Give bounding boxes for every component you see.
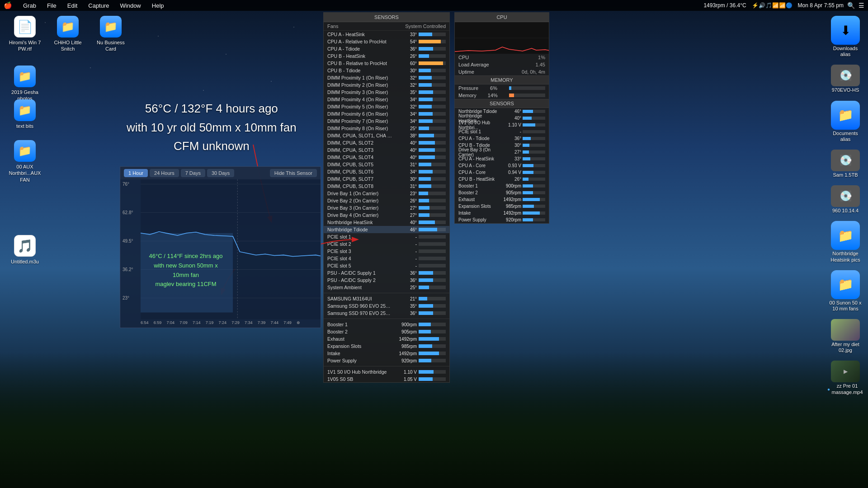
- desktop-icon-gesha[interactable]: 📁 2019 Gesha photos: [7, 66, 43, 102]
- btn-24hours[interactable]: 24 Hours: [150, 169, 179, 177]
- x-label-8: 7:34: [245, 320, 253, 325]
- sensor-bar: [419, 134, 446, 137]
- sensor-name: Drive Bay 1 (On Carrier): [327, 191, 392, 196]
- sensor-bar: [419, 228, 446, 231]
- cpu-sensor-row: CPU A - Core 0.93 V: [455, 162, 549, 169]
- menu-file[interactable]: File: [45, 2, 58, 9]
- sensor-row: SAMSUNG M3164UI 21°: [324, 295, 449, 302]
- cpu-fan-row: Booster 1 900rpm: [455, 183, 549, 189]
- sensor-bar: [419, 148, 446, 152]
- cpu-sensor-name: CPU A - HeatSink: [458, 156, 499, 161]
- menu-window[interactable]: Window: [118, 2, 143, 9]
- right-icon-sam1tb[interactable]: 💽 Sam 1.5TB: [827, 150, 863, 178]
- pressure-bar: [509, 86, 545, 90]
- y-label-76: 76°: [123, 182, 129, 187]
- sensors-sub-header: SENSORS: [455, 99, 549, 108]
- sensor-row: CPU B - Tdiode 30°: [324, 67, 449, 74]
- desktop-icon-aux[interactable]: 📁 00 AUX Northbri...AUX FAN: [7, 140, 43, 183]
- sensor-bar-fill: [419, 228, 437, 231]
- x-label-10: 7:44: [271, 320, 279, 325]
- sensor-val: 25°: [392, 285, 417, 290]
- btn-7days[interactable]: 7 Days: [181, 169, 205, 177]
- menu-edit[interactable]: Edit: [66, 2, 79, 9]
- sensor-row: PCIE slot 3 -: [324, 248, 449, 255]
- right-icon-documents[interactable]: 📁 Documents alias: [827, 101, 863, 142]
- sensor-bar: [419, 359, 446, 362]
- sensor-name: PSU - AC/DC Supply 1: [327, 270, 392, 276]
- cpu-sensor-name: Drive Bay 3 (On Carrier): [458, 147, 499, 157]
- desktop-icon-chiho[interactable]: 📁 CHiHO Little Snitch: [50, 16, 86, 52]
- sensor-bar: [419, 192, 446, 195]
- highlight-line2: with new Sunon 50mm x 10mm fan: [154, 262, 218, 278]
- y-label-36: 36.2°: [123, 267, 133, 272]
- sensor-row: CPU A - HeatSink 33°: [324, 31, 449, 38]
- right-icon-northbridge[interactable]: 📁 Northbridge Heatsink pics: [827, 221, 863, 263]
- sensor-bar-fill: [419, 311, 433, 315]
- sensor-name: 1V05 S0 SB: [327, 376, 392, 382]
- sensor-val: -: [392, 256, 417, 261]
- cpu-sensor-bar-fill: [523, 123, 535, 127]
- sensor-row: DIMM Proximity 1 (On Riser) 32°: [324, 74, 449, 81]
- x-label-0: 6:54: [141, 320, 149, 325]
- sensor-val: 31°: [392, 162, 417, 167]
- desktop-icon-business-card[interactable]: 📁 Nu Business Card: [93, 16, 129, 52]
- sensor-bar-fill: [419, 127, 429, 130]
- cpu-sensor-val: 27°: [499, 150, 521, 155]
- sensor-bar: [419, 105, 446, 108]
- sensor-row: Drive Bay 2 (On Carrier) 26°: [324, 197, 449, 204]
- right-icon-after-diet[interactable]: After my diet 02.jpg: [827, 319, 863, 353]
- sensor-bar: [419, 323, 446, 326]
- desktop-icon-text-bits[interactable]: 📁 text bits: [7, 99, 43, 129]
- sensor-name: CPU B - HeatSink: [327, 53, 392, 59]
- right-icon-sunon[interactable]: 📁 00 Sunon 50 x 10 mm fans: [827, 270, 863, 312]
- sensor-bar: [419, 337, 446, 341]
- sensor-name: DIMM, CPUA, SLOT3: [327, 147, 392, 153]
- sensor-row: CPU B - HeatSink 26°: [324, 52, 449, 60]
- sunon-icon: 📁: [831, 270, 860, 299]
- sensors-subheader: Fans System Controlled: [324, 22, 449, 31]
- sensor-name: DIMM Proximity 5 (On Riser): [327, 104, 392, 109]
- right-icon-downloads[interactable]: ⬇ Downloads alias: [827, 16, 863, 57]
- sensor-bar-fill: [419, 119, 433, 123]
- cpu-sensor-val: 40°: [499, 116, 521, 121]
- notification-icon[interactable]: ☰: [859, 2, 864, 9]
- sensor-bar: [419, 69, 446, 72]
- search-icon[interactable]: 🔍: [847, 2, 855, 9]
- cpu-fan-val: 905rpm: [496, 190, 521, 195]
- sensor-bar-fill: [419, 370, 434, 374]
- sensor-bar: [419, 311, 446, 315]
- desktop-icon-win7[interactable]: 📄 Hiromi's Win 7 PW.rtf: [7, 16, 43, 52]
- apple-menu[interactable]: 🍎: [4, 1, 12, 9]
- sensor-row: PCIE slot 2 -: [324, 240, 449, 248]
- sensor-bar: [419, 155, 446, 159]
- sensor-row: Samsung SSD 960 EVO 250GB 35°: [324, 302, 449, 310]
- cpu-fan-val: 1492rpm: [496, 197, 521, 202]
- sensor-val: 36°: [392, 278, 417, 283]
- btn-30days[interactable]: 30 Days: [207, 169, 234, 177]
- sensor-val: -: [392, 235, 417, 239]
- cpu-sensor-bar-fill: [523, 110, 533, 113]
- sensor-val: 38°: [392, 133, 417, 138]
- sensor-bar: [419, 119, 446, 123]
- sensor-bar: [419, 40, 446, 43]
- btn-1hour[interactable]: 1 Hour: [124, 169, 148, 177]
- right-icon-960[interactable]: 💽 960 10.14.4: [827, 185, 863, 214]
- cpu-fan-bar-fill: [523, 198, 540, 201]
- sensor-name: DIMM, CPUA, SLOT2: [327, 140, 392, 145]
- right-icon-massage[interactable]: ▶ ● zz Pre 01 massage.mp4: [827, 361, 863, 395]
- right-icon-970evo[interactable]: 💽 970EVO-HS: [827, 65, 863, 93]
- sensor-val: 36°: [392, 271, 417, 276]
- menu-capture[interactable]: Capture: [86, 2, 111, 9]
- cpu-fan-row: Power Supply 920rpm: [455, 216, 549, 223]
- menu-grab[interactable]: Grab: [21, 2, 38, 9]
- pressure-row: Pressure 6%: [455, 84, 549, 92]
- sensor-row: Booster 1 900rpm: [324, 321, 449, 328]
- btn-hide-sensor[interactable]: Hide This Sensor: [270, 169, 317, 177]
- menu-help[interactable]: Help: [150, 2, 166, 9]
- chart-expand-icon[interactable]: ⊕: [297, 320, 300, 325]
- sensor-bar: [419, 61, 446, 65]
- chart-svg: [141, 179, 321, 319]
- sensor-name: CPU A - HeatSink: [327, 32, 392, 37]
- sensor-val: 35°: [392, 304, 417, 309]
- desktop-icon-untitled[interactable]: 🎵 Untitled.m3u: [7, 235, 43, 265]
